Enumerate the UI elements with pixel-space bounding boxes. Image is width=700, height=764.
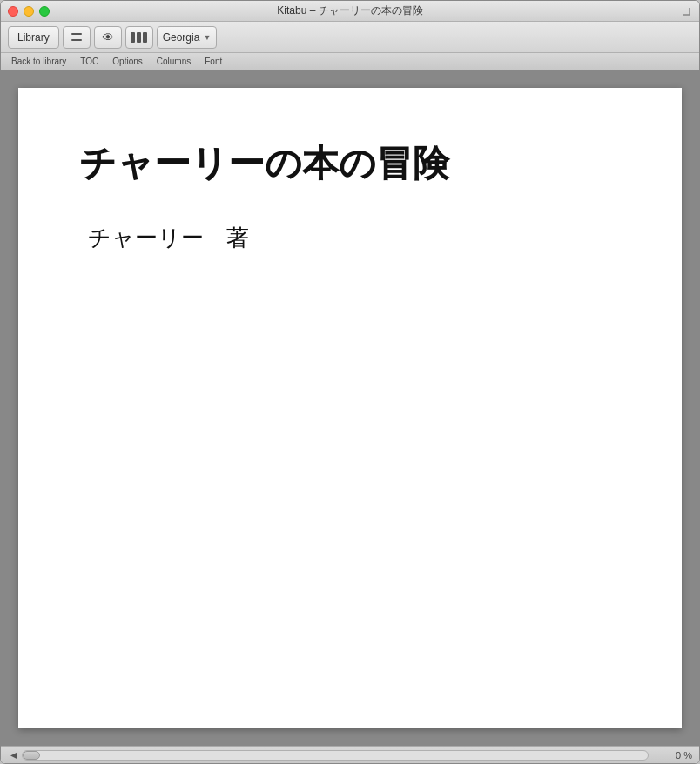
toc-button[interactable] — [63, 26, 91, 49]
font-label: Georgia — [163, 31, 200, 44]
toolbar: Library 👁 Georgia ▼ — [1, 22, 699, 53]
bottom-bar: ◀ 0 % — [1, 746, 699, 763]
book-title: チャーリーの本の冒険 — [79, 140, 621, 188]
window-title: Kitabu – チャーリーの本の冒険 — [277, 3, 422, 18]
columns-button[interactable] — [125, 26, 153, 49]
options-button[interactable]: 👁 — [94, 26, 122, 49]
options-label[interactable]: Options — [105, 57, 149, 66]
traffic-lights — [8, 6, 50, 17]
scroll-thumb[interactable] — [23, 751, 40, 760]
book-author: チャーリー 著 — [88, 223, 621, 253]
sub-toolbar: Back to library TOC Options Columns Font — [1, 53, 699, 70]
columns-label[interactable]: Columns — [150, 57, 198, 66]
toc-label[interactable]: TOC — [73, 57, 105, 66]
font-sub-label[interactable]: Font — [198, 57, 229, 66]
library-label: Library — [17, 31, 50, 44]
minimize-button[interactable] — [24, 6, 34, 17]
scroll-track[interactable] — [22, 750, 649, 761]
font-selector[interactable]: Georgia ▼ — [157, 26, 218, 49]
list-icon — [71, 33, 82, 41]
library-button[interactable]: Library — [8, 26, 59, 49]
back-to-library-label[interactable]: Back to library — [8, 57, 73, 66]
close-button[interactable] — [8, 6, 18, 17]
scroll-left-button[interactable]: ◀ — [8, 749, 20, 761]
eye-icon: 👁 — [102, 30, 114, 44]
book-page: チャーリーの本の冒険 チャーリー 著 — [18, 88, 682, 728]
resize-button[interactable] — [680, 5, 692, 17]
columns-icon — [131, 32, 147, 43]
app-window: Kitabu – チャーリーの本の冒険 Library 👁 — [0, 0, 700, 764]
content-area: チャーリーの本の冒険 チャーリー 著 — [1, 70, 699, 746]
chevron-down-icon: ▼ — [203, 33, 211, 42]
maximize-button[interactable] — [39, 6, 50, 17]
title-bar: Kitabu – チャーリーの本の冒険 — [1, 1, 699, 22]
page-percent: 0 % — [676, 750, 692, 761]
